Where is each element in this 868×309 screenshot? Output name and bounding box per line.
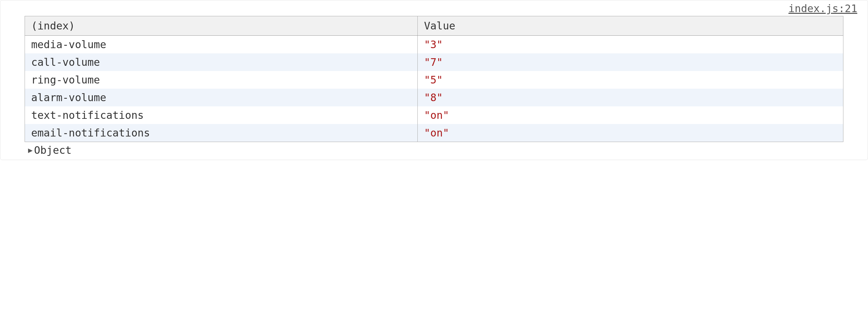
cell-index: call-volume: [25, 53, 418, 71]
table-row: text-notifications "on": [25, 106, 843, 124]
table-row: media-volume "3": [25, 36, 843, 54]
cell-value: "7": [418, 53, 843, 71]
cell-value: "5": [418, 71, 843, 89]
cell-index: media-volume: [25, 36, 418, 54]
table-row: ring-volume "5": [25, 71, 843, 89]
cell-value: "on": [418, 124, 843, 142]
column-header-value[interactable]: Value: [418, 16, 843, 36]
table-row: call-volume "7": [25, 53, 843, 71]
cell-value: "on": [418, 106, 843, 124]
table-row: email-notifications "on": [25, 124, 843, 142]
source-link-row: index.js:21: [0, 0, 868, 15]
console-table-wrapper: (index) Value media-volume "3" call-volu…: [0, 15, 868, 142]
source-file-link[interactable]: index.js:21: [788, 2, 857, 15]
cell-index: ring-volume: [25, 71, 418, 89]
disclosure-triangle-icon[interactable]: ▶: [28, 146, 33, 154]
console-output-panel: index.js:21 (index) Value media-volume "…: [0, 0, 868, 160]
cell-index: alarm-volume: [25, 89, 418, 106]
column-header-index[interactable]: (index): [25, 16, 418, 36]
table-row: alarm-volume "8": [25, 89, 843, 106]
object-disclosure-row[interactable]: ▶ Object: [0, 142, 868, 160]
cell-index: text-notifications: [25, 106, 418, 124]
console-table: (index) Value media-volume "3" call-volu…: [25, 16, 843, 142]
table-header-row: (index) Value: [25, 16, 843, 36]
cell-index: email-notifications: [25, 124, 418, 142]
cell-value: "3": [418, 36, 843, 54]
cell-value: "8": [418, 89, 843, 106]
object-label: Object: [34, 144, 71, 156]
